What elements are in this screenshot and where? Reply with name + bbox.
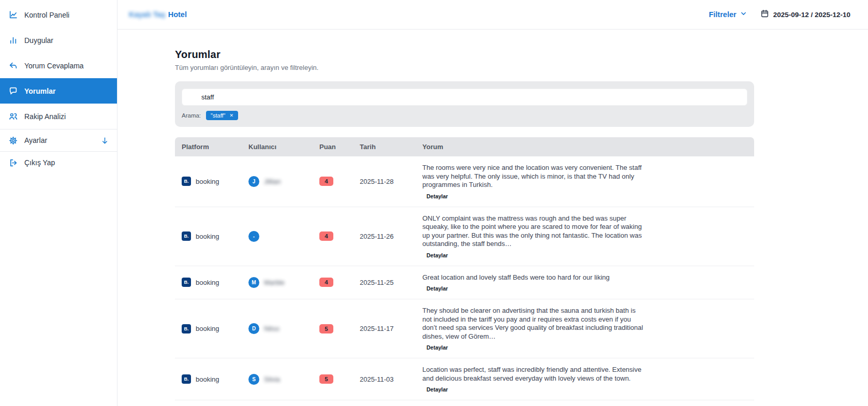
review-cell: Great location and lovely staff Beds wer…: [422, 272, 747, 293]
date-range-picker[interactable]: 2025-09-12 / 2025-12-10: [760, 9, 850, 20]
column-header-platform: Platform: [182, 143, 248, 151]
review-cell: ONLY complaint was the mattress was roug…: [422, 213, 747, 259]
score-cell: 4: [319, 231, 360, 241]
sidebar-item-label: Çıkış Yap: [24, 158, 55, 167]
sidebar-item-label: Yorum Cevaplama: [24, 62, 84, 70]
platform-name: booking: [196, 325, 219, 332]
platform-name: booking: [196, 233, 219, 240]
score-cell: 4: [319, 278, 360, 287]
booking-logo-badge: B.: [182, 278, 191, 287]
platform-name: booking: [196, 279, 219, 286]
bar-chart-icon: [8, 36, 18, 45]
user-name: Jillian: [264, 178, 281, 185]
topbar: Kayalı Taş Hotel Filtreler 2025-09-12 / …: [117, 0, 868, 30]
details-link[interactable]: Detaylar: [422, 193, 448, 199]
date-cell: 2025-11-03: [360, 375, 422, 383]
sidebar-item-label: Duygular: [24, 36, 53, 45]
score-badge: 4: [319, 177, 333, 186]
sidebar-item-yorumlar[interactable]: Yorumlar: [0, 78, 117, 104]
page-subtitle: Tüm yorumları görüntüleyin, arayın ve fi…: [175, 64, 868, 71]
column-header-tarih: Tarih: [360, 143, 422, 151]
user-cell: D Nitso: [248, 323, 319, 334]
reviews-table: Platform Kullanıcı Puan Tarih Yorum B. b…: [175, 137, 754, 406]
gear-icon: [8, 136, 18, 145]
user-cell: M Marble: [248, 277, 319, 288]
score-badge: 5: [319, 324, 333, 334]
sidebar-item-cikis-yap[interactable]: Çıkış Yap: [0, 152, 117, 173]
search-chip[interactable]: "staff" ✕: [206, 111, 238, 120]
chat-bubble-icon: [8, 86, 18, 96]
sidebar-item-label: Ayarlar: [24, 136, 47, 144]
hotel-name-redacted: Kayalı Taş: [129, 10, 166, 19]
platform-name: booking: [196, 375, 219, 383]
table-row: B. booking S Silvia 5 2025-11-03 Locatio…: [175, 358, 754, 400]
sidebar-item-label: Rakip Analizi: [24, 112, 66, 121]
user-cell: S Silvia: [248, 374, 319, 385]
table-row: B. booking J Jillian 4 2025-11-28 The ro…: [175, 156, 754, 207]
column-header-kullanici: Kullanıcı: [248, 143, 319, 151]
search-input[interactable]: [182, 89, 747, 106]
app-root: Kontrol Paneli Duygular Yorum Cevaplama …: [0, 0, 868, 406]
review-cell: Location was perfect, staff was incredib…: [422, 365, 747, 394]
score-badge: 4: [319, 231, 333, 241]
logout-icon: [8, 158, 18, 167]
details-link[interactable]: Detaylar: [422, 285, 448, 292]
sidebar-item-label: Kontrol Paneli: [24, 11, 69, 19]
review-text: The rooms were very nice and the locatio…: [422, 164, 646, 190]
user-name: Silvia: [264, 375, 280, 383]
platform-cell: B. booking: [182, 231, 248, 241]
down-arrow-icon[interactable]: [101, 137, 109, 144]
line-chart-icon: [8, 10, 18, 20]
filters-button[interactable]: Filtreler: [709, 10, 746, 19]
avatar: D: [248, 323, 259, 334]
score-badge: 4: [319, 278, 333, 287]
calendar-icon: [760, 9, 769, 20]
details-link[interactable]: Detaylar: [422, 344, 448, 351]
sidebar-item-rakip-analizi[interactable]: Rakip Analizi: [0, 104, 117, 129]
review-cell: They should be clearer on advertising th…: [422, 306, 747, 352]
hotel-name-suffix: Hotel: [168, 10, 187, 19]
main-area: Kayalı Taş Hotel Filtreler 2025-09-12 / …: [117, 0, 868, 406]
details-link[interactable]: Detaylar: [422, 386, 448, 393]
chevron-down-icon: [740, 10, 747, 19]
user-cell: J Jillian: [248, 176, 319, 187]
date-cell: 2025-11-25: [360, 279, 422, 286]
avatar: S: [248, 374, 259, 385]
platform-cell: B. booking: [182, 278, 248, 287]
column-header-puan: Puan: [319, 143, 360, 151]
page-title: Yorumlar: [175, 49, 868, 61]
review-cell: The rooms were very nice and the locatio…: [422, 163, 747, 200]
avatar: M: [248, 277, 259, 288]
table-row: B. booking M Marble 4 2025-11-25 Great l…: [175, 266, 754, 300]
reply-arrow-icon: [8, 61, 18, 70]
booking-logo-badge: B.: [182, 324, 191, 334]
date-cell: 2025-11-28: [360, 178, 422, 185]
details-link[interactable]: Detaylar: [422, 252, 448, 258]
booking-logo-badge: B.: [182, 231, 191, 241]
chip-close-icon[interactable]: ✕: [229, 113, 233, 118]
sidebar-item-ayarlar[interactable]: Ayarlar: [0, 129, 117, 151]
hotel-name[interactable]: Kayalı Taş Hotel: [129, 10, 187, 19]
booking-logo-badge: B.: [182, 177, 191, 186]
users-icon: [8, 112, 18, 121]
date-cell: 2025-11-17: [360, 325, 422, 332]
sidebar-item-kontrol-paneli[interactable]: Kontrol Paneli: [0, 2, 117, 27]
sidebar-item-label: Yorumlar: [24, 87, 55, 95]
review-text: Location was perfect, staff was incredib…: [422, 366, 646, 383]
avatar: J: [248, 176, 259, 187]
user-name: Nitso: [264, 325, 279, 332]
sidebar-item-yorum-cevaplama[interactable]: Yorum Cevaplama: [0, 53, 117, 78]
search-chip-text: "staff": [211, 112, 225, 119]
sidebar-item-duygular[interactable]: Duygular: [0, 27, 117, 53]
review-text: They should be clearer on advertising th…: [422, 307, 646, 341]
platform-name: booking: [196, 178, 219, 185]
date-range-value: 2025-09-12 / 2025-12-10: [773, 11, 850, 19]
column-header-yorum: Yorum: [422, 143, 747, 151]
review-text: Great location and lovely staff Beds wer…: [422, 273, 646, 282]
score-cell: 4: [319, 177, 360, 186]
table-header-row: Platform Kullanıcı Puan Tarih Yorum: [175, 137, 754, 156]
content: Yorumlar Tüm yorumları görüntüleyin, ara…: [117, 30, 868, 406]
platform-cell: B. booking: [182, 374, 248, 384]
table-row: B. booking - - 4 2025-11-01 Staff are ve…: [175, 400, 754, 406]
search-chips-label: Arama:: [182, 112, 201, 119]
